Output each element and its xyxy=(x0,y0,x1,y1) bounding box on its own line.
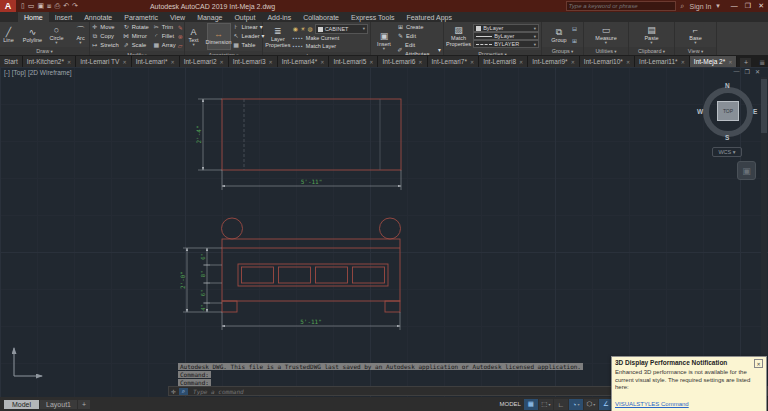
model-space-canvas[interactable]: 2'-4" 5'-11" xyxy=(0,67,768,397)
file-tab[interactable]: Int-Lemari8 ✕ xyxy=(479,56,528,67)
file-tab[interactable]: Int-Lemari6 ✕ xyxy=(378,56,427,67)
leader-button[interactable]: ↖ Leader▾ xyxy=(233,32,265,41)
layer-on-icon[interactable]: ◉ xyxy=(293,25,298,33)
layer-lock-icon[interactable]: ◍ xyxy=(307,25,312,33)
caret-icon[interactable]: ▾ xyxy=(593,402,595,407)
isometric-drafting[interactable]: ⬡ ▾ xyxy=(584,399,598,410)
ribbon-tab[interactable]: Featured Apps xyxy=(400,12,458,22)
file-tab[interactable]: Int-Meja 2* ✕ xyxy=(690,56,738,67)
viewcube[interactable]: N S W E TOP xyxy=(699,83,757,141)
ribbon-tab[interactable]: Insert xyxy=(49,12,79,22)
file-tab[interactable]: Start ✕ xyxy=(0,56,23,67)
insert-block-button[interactable]: ▣ Insert▾ xyxy=(373,23,395,59)
redo[interactable]: ↷ xyxy=(72,2,78,10)
group-edit-icon[interactable]: ⊞ xyxy=(572,37,577,44)
table-button[interactable]: ▦ Table xyxy=(233,41,265,50)
viewcube-south[interactable]: S xyxy=(725,134,729,141)
linetype-dropdown[interactable]: BYLAYER ▾ xyxy=(473,40,539,48)
close-tab-icon[interactable]: ✕ xyxy=(220,59,224,65)
caret-icon[interactable]: ▾ xyxy=(549,402,551,407)
trim-button[interactable]: ✂ Trim xyxy=(153,23,176,32)
open-file[interactable]: ▭ xyxy=(28,2,35,10)
ribbon-tab[interactable]: View xyxy=(164,12,191,22)
close-tab-icon[interactable]: ✕ xyxy=(67,59,71,65)
new-file[interactable]: ▯ xyxy=(21,2,25,10)
minimize-button[interactable]: — xyxy=(731,2,738,10)
layer-tools-icons-2[interactable]: ▪▪▪▪ xyxy=(293,42,304,50)
file-tab[interactable]: Int-Lemari7* ✕ xyxy=(428,56,480,67)
close-tab-icon[interactable]: ✕ xyxy=(122,59,126,65)
create-block-button[interactable]: ⊞ Create xyxy=(397,23,441,32)
edit-block-button[interactable]: ✎ Edit xyxy=(397,32,441,41)
doc-restore-icon[interactable]: ❐ xyxy=(745,68,750,75)
close-button[interactable]: ✕ xyxy=(758,2,764,10)
copy-button[interactable]: ⧉ Copy xyxy=(91,32,118,41)
sign-in-button[interactable]: Sign In xyxy=(690,3,712,10)
close-tab-icon[interactable]: ✕ xyxy=(320,59,324,65)
utilities-panel-label[interactable]: Utilities xyxy=(584,47,628,55)
doc-minimize-icon[interactable]: — xyxy=(734,68,740,75)
array-button[interactable]: ▦ Array xyxy=(153,41,176,50)
visualstyles-command-link[interactable]: VISUALSTYLES Command xyxy=(615,401,689,407)
restore-button[interactable]: ❐ xyxy=(745,2,751,10)
make-current-button[interactable]: Make Current xyxy=(306,34,339,42)
command-customize-icon[interactable]: ✛ xyxy=(171,388,176,395)
viewcube-north[interactable]: N xyxy=(725,82,730,89)
ribbon-tab[interactable]: Collaborate xyxy=(297,12,345,22)
stretch-button[interactable]: ↦ Stretch xyxy=(91,41,118,50)
close-tab-icon[interactable]: ✕ xyxy=(571,59,575,65)
draw-panel-label[interactable]: Draw xyxy=(0,47,89,55)
polar-tracking[interactable]: ◔ ▾ xyxy=(569,399,583,410)
visual-style-control[interactable]: [2D Wireframe] xyxy=(28,69,72,76)
scale-button[interactable]: ⇗ Scale xyxy=(123,41,149,50)
ribbon-tab[interactable]: Home xyxy=(18,12,49,22)
close-tab-icon[interactable]: ✕ xyxy=(626,59,630,65)
dimension-button[interactable]: ↔ Dimension xyxy=(207,23,231,50)
tab-overflow-menu-icon[interactable]: ≣ xyxy=(759,59,765,67)
caret-icon[interactable]: ▾ xyxy=(577,402,579,407)
file-tab[interactable]: Int-Lemari5 ✕ xyxy=(329,56,378,67)
circle-button[interactable]: ○ Circle▾ xyxy=(46,23,68,46)
match-properties-button[interactable]: ▨ Match Properties xyxy=(446,23,471,49)
object-color-dropdown[interactable]: ByLayer ▾ xyxy=(473,24,539,32)
file-tab[interactable]: Int-Kitchen2* ✕ xyxy=(23,56,76,67)
match-layer-button[interactable]: Match Layer xyxy=(306,42,336,50)
save[interactable]: ▣ xyxy=(37,2,44,10)
search-icon[interactable]: ⌕ xyxy=(681,2,685,10)
close-tab-icon[interactable]: ✕ xyxy=(470,59,474,65)
ortho-mode[interactable]: ∟ ▾ xyxy=(554,399,568,410)
undo[interactable]: ↶ xyxy=(63,2,69,10)
model-tab[interactable]: Model xyxy=(4,400,39,409)
text-button[interactable]: A Text▾ xyxy=(183,23,205,50)
notification-close-icon[interactable]: ✕ xyxy=(754,359,763,368)
line-button[interactable]: ╱ Line xyxy=(0,23,20,46)
mirror-button[interactable]: ⋈ Mirror xyxy=(123,32,149,41)
group-button[interactable]: ⧉ Group xyxy=(548,23,570,46)
linear-button[interactable]: ⊦ Linear▾ xyxy=(233,23,265,32)
file-tab[interactable]: Int-Lemari10* ✕ xyxy=(580,56,635,67)
close-tab-icon[interactable]: ✕ xyxy=(681,59,685,65)
layout1-tab[interactable]: Layout1 xyxy=(40,400,77,409)
polyline-button[interactable]: ∿ Polyline xyxy=(22,23,44,46)
file-tab[interactable]: Int-Lemari9* ✕ xyxy=(528,56,580,67)
groups-panel-label[interactable]: Groups xyxy=(542,47,583,55)
ribbon-tab[interactable]: Parametric xyxy=(118,12,164,22)
layer-tools-icons[interactable]: ▪▪▪▪ xyxy=(293,34,304,42)
close-tab-icon[interactable]: ✕ xyxy=(418,59,422,65)
file-tab[interactable]: Int-Lemari2 ✕ xyxy=(180,56,229,67)
snap-mode[interactable]: ⬚ ▾ xyxy=(539,399,553,410)
new-drawing-tab-button[interactable]: + xyxy=(740,58,751,67)
measure-button[interactable]: ▭ Measure▾ xyxy=(595,23,617,46)
model-space-label[interactable]: MODEL xyxy=(500,401,521,407)
layer-properties-button[interactable]: ≣ Layer Properties xyxy=(265,23,291,51)
help-search-input[interactable] xyxy=(566,1,676,11)
fillet-button[interactable]: ◜ Fillet xyxy=(153,32,176,41)
ribbon-tab[interactable]: Annotate xyxy=(78,12,118,22)
save-as[interactable]: ⧈ xyxy=(47,2,51,10)
doc-close-icon[interactable]: ✕ xyxy=(755,68,760,75)
navigation-bar-button[interactable]: ▣ xyxy=(737,161,756,180)
ribbon-tab[interactable]: Output xyxy=(228,12,261,22)
arc-button[interactable]: ⌒ Arc▾ xyxy=(70,23,92,46)
close-tab-icon[interactable]: ✕ xyxy=(170,59,174,65)
close-tab-icon[interactable]: ✕ xyxy=(369,59,373,65)
